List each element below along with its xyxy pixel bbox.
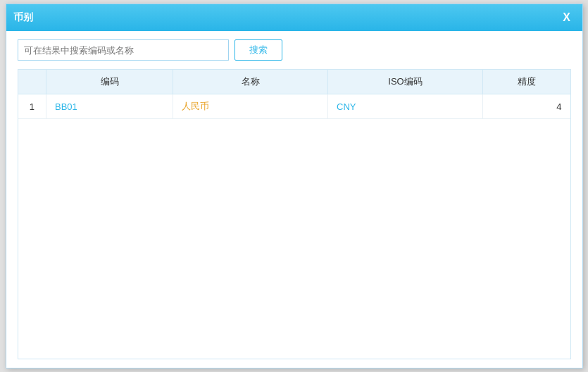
cell-code[interactable]: BB01 — [46, 94, 173, 119]
col-header-iso: ISO编码 — [328, 70, 483, 94]
currency-dialog: 币别 X 搜索 编码 名称 ISO编码 精度 — [6, 4, 583, 368]
col-header-precision: 精度 — [483, 70, 570, 94]
empty-space — [18, 119, 570, 359]
close-button[interactable]: X — [558, 9, 575, 26]
search-bar: 搜索 — [18, 39, 571, 61]
cell-name: 人民币 — [173, 94, 328, 119]
title-bar: 币别 X — [6, 4, 582, 31]
cell-iso: CNY — [328, 94, 483, 119]
search-input[interactable] — [18, 39, 229, 61]
search-button[interactable]: 搜索 — [234, 39, 282, 61]
table-row[interactable]: 1 BB01 人民币 CNY 4 — [18, 94, 570, 119]
cell-index: 1 — [18, 94, 46, 119]
dialog-body: 搜索 编码 名称 ISO编码 精度 1 BB01 人民币 — [6, 31, 582, 368]
table-header-row: 编码 名称 ISO编码 精度 — [18, 70, 570, 94]
col-header-code: 编码 — [46, 70, 173, 94]
dialog-title: 币别 — [13, 11, 33, 24]
col-header-index — [18, 70, 46, 94]
currency-table: 编码 名称 ISO编码 精度 1 BB01 人民币 CNY 4 — [18, 69, 571, 359]
cell-precision: 4 — [483, 94, 570, 119]
col-header-name: 名称 — [173, 70, 328, 94]
